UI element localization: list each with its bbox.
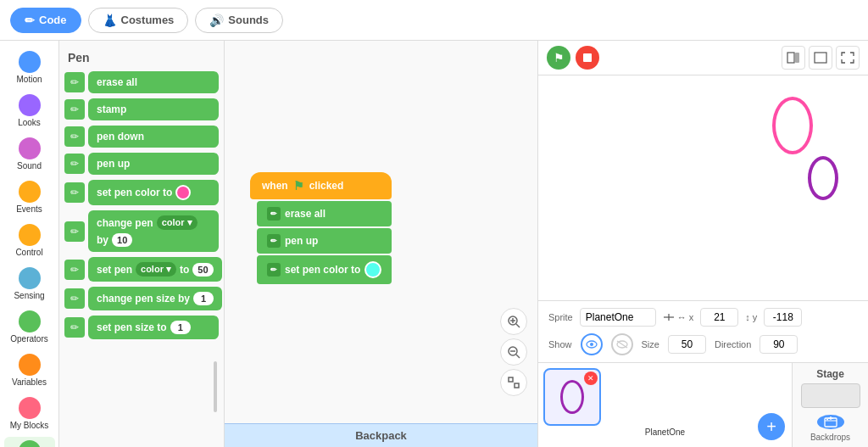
script-canvas[interactable]: when ⚑ clicked ✏ erase all ✏ pen up ✏ se… <box>225 41 537 447</box>
sound-dot <box>19 137 41 159</box>
stop-button[interactable] <box>576 46 599 70</box>
svg-rect-9 <box>583 53 592 62</box>
change-pen-size-value[interactable]: 1 <box>193 292 214 305</box>
operators-dot <box>19 310 41 332</box>
stage-fullscreen-button[interactable] <box>836 46 860 70</box>
script-pen-up-block[interactable]: ✏ pen up <box>257 228 392 254</box>
block-erase-all[interactable]: erase all <box>88 71 219 93</box>
sprite-name-input[interactable] <box>580 308 656 327</box>
block-row-change-pen-size: ✏ change pen size by 1 <box>64 287 219 310</box>
events-label: Events <box>16 204 42 214</box>
stage-large-button[interactable] <box>809 46 832 70</box>
variables-label: Variables <box>12 377 47 387</box>
block-stamp[interactable]: stamp <box>88 98 219 120</box>
events-dot <box>19 181 41 203</box>
block-row-change-pen: ✏ change pen color ▾ by 10 <box>64 210 219 252</box>
tab-costumes[interactable]: 👗 Costumes <box>88 8 189 33</box>
pencil-icon-stamp: ✏ <box>64 99 85 120</box>
top-bar: ✏ Code 👗 Costumes 🔊 Sounds <box>0 0 868 41</box>
block-change-pen[interactable]: change pen color ▾ by 10 <box>88 210 219 252</box>
sensing-label: Sensing <box>14 291 44 300</box>
sidebar-item-motion[interactable]: Motion <box>4 47 55 87</box>
sprite-thumb-oval <box>560 380 584 414</box>
pencil-icon-set-pen: ✏ <box>64 260 85 280</box>
show-visible-button[interactable] <box>581 333 603 355</box>
pen-dot <box>19 440 41 447</box>
script-erase-all-block[interactable]: ✏ erase all <box>257 201 392 226</box>
stage-controls: ⚑ <box>547 46 599 70</box>
zoom-in-button[interactable] <box>500 308 527 335</box>
svg-line-1 <box>516 324 520 327</box>
pencil-small-icon3: ✏ <box>267 263 281 277</box>
block-set-pen-color[interactable]: set pen color to <box>88 180 219 205</box>
stage-small-button[interactable] <box>782 46 805 70</box>
sidebar-item-looks[interactable]: Looks <box>4 91 55 131</box>
tab-code[interactable]: ✏ Code <box>10 8 81 33</box>
svg-point-22 <box>826 419 828 421</box>
add-sprite-button[interactable]: + <box>758 413 785 440</box>
sidebar-item-sensing[interactable]: Sensing <box>4 264 55 304</box>
color-picker-dot[interactable] <box>175 185 191 200</box>
pen-blocks-panel: Pen ✏ erase all ✏ stamp ✏ pen down ✏ <box>59 41 225 447</box>
block-pen-up[interactable]: pen up <box>88 153 219 175</box>
erase-all-label: erase all <box>97 76 137 88</box>
size-label: Size <box>642 339 659 349</box>
set-pen-size-value[interactable]: 1 <box>170 321 191 334</box>
stage-sprite-oval-purple <box>808 156 838 200</box>
sprite-panel-bottom: ✕ PlanetOne + Stage Backdrops <box>538 362 868 447</box>
x-value-input[interactable] <box>700 308 738 327</box>
category-sidebar: Motion Looks Sound Events Control Sensin… <box>0 41 59 447</box>
set-pen-size-label: set pen size to <box>97 321 167 333</box>
block-row-set-pen: ✏ set pen color ▾ to 50 <box>64 257 219 282</box>
looks-dot <box>19 94 41 116</box>
tab-sounds-label: Sounds <box>228 14 269 26</box>
sprite-thumb-planetone[interactable]: ✕ <box>543 368 601 426</box>
add-backdrop-button[interactable] <box>817 415 844 429</box>
block-set-pen-size[interactable]: set pen size to 1 <box>88 316 219 339</box>
change-pen-dropdown[interactable]: color ▾ <box>157 215 198 230</box>
y-value-input[interactable] <box>764 308 802 327</box>
block-pen-down[interactable]: pen down <box>88 126 219 148</box>
size-input[interactable] <box>668 335 706 354</box>
block-set-pen[interactable]: set pen color ▾ to 50 <box>88 257 222 282</box>
sidebar-item-sound[interactable]: Sound <box>4 134 55 174</box>
set-pen-to-label: to <box>180 264 189 276</box>
sidebar-item-variables[interactable]: Variables <box>4 350 55 390</box>
script-set-color-block[interactable]: ✏ set pen color to <box>257 255 392 284</box>
stage-thumb[interactable] <box>801 383 860 408</box>
show-hidden-button[interactable] <box>611 333 633 355</box>
block-row-set-pen-color: ✏ set pen color to <box>64 180 219 205</box>
direction-input[interactable] <box>760 335 798 354</box>
sidebar-item-events[interactable]: Events <box>4 177 55 217</box>
tab-sounds[interactable]: 🔊 Sounds <box>195 8 283 33</box>
zoom-controls <box>500 308 527 396</box>
sprites-list: ✕ PlanetOne + <box>538 363 792 447</box>
control-dot <box>19 224 41 246</box>
block-row-erase-all: ✏ erase all <box>64 71 219 93</box>
script-color-dot[interactable] <box>364 261 381 278</box>
pencil-icon-set-size: ✏ <box>64 317 85 338</box>
sidebar-item-myblocks[interactable]: My Blocks <box>4 394 55 433</box>
sidebar-item-operators[interactable]: Operators <box>4 307 55 347</box>
set-pen-color-label: set pen color to <box>97 187 172 198</box>
stage-panel: Stage Backdrops <box>792 363 868 447</box>
change-pen-value[interactable]: 10 <box>112 233 132 247</box>
backpack-bar[interactable]: Backpack <box>225 423 537 447</box>
zoom-out-button[interactable] <box>500 338 527 366</box>
pencil-small-icon2: ✏ <box>267 234 281 248</box>
sidebar-item-control[interactable]: Control <box>4 221 55 260</box>
set-pen-dropdown[interactable]: color ▾ <box>136 262 176 277</box>
block-change-pen-size[interactable]: change pen size by 1 <box>88 287 222 310</box>
when-clicked-block[interactable]: when ⚑ clicked <box>250 172 392 199</box>
tab-costumes-label: Costumes <box>121 14 175 26</box>
sidebar-item-pen[interactable]: Pen <box>4 437 55 447</box>
set-pen-value[interactable]: 50 <box>192 263 213 277</box>
block-row-pen-up: ✏ pen up <box>64 153 219 175</box>
sprite-delete-button[interactable]: ✕ <box>584 372 598 385</box>
stamp-label: stamp <box>97 103 126 115</box>
green-flag-button[interactable]: ⚑ <box>547 46 570 70</box>
zoom-fit-button[interactable] <box>500 369 527 396</box>
code-icon: ✏ <box>25 14 35 27</box>
x-label: ↔ x <box>663 312 694 322</box>
pen-panel-title: Pen <box>64 47 219 71</box>
